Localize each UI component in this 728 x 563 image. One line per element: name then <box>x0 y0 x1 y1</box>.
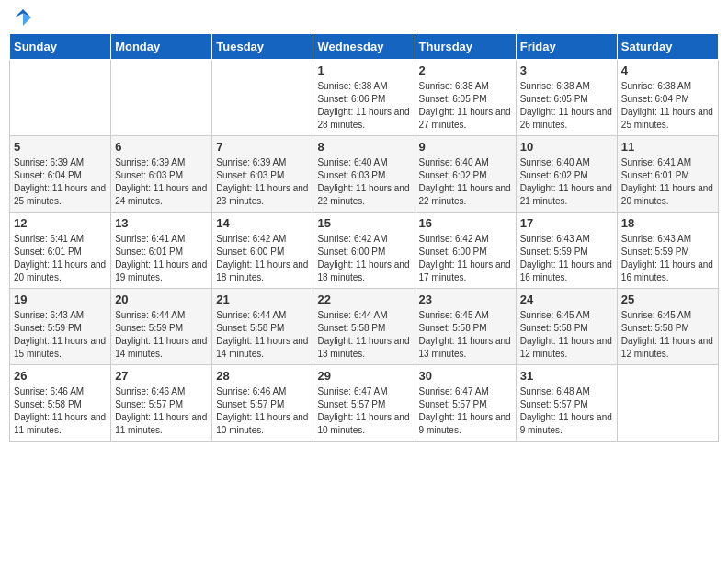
day-info: Sunrise: 6:40 AMSunset: 6:02 PMDaylight:… <box>520 156 613 208</box>
calendar-day-cell: 17Sunrise: 6:43 AMSunset: 5:59 PMDayligh… <box>516 213 617 289</box>
day-number: 9 <box>419 140 512 154</box>
calendar-day-cell: 26Sunrise: 6:46 AMSunset: 5:58 PMDayligh… <box>10 365 111 442</box>
calendar-table: SundayMondayTuesdayWednesdayThursdayFrid… <box>9 33 719 442</box>
calendar-day-cell: 6Sunrise: 6:39 AMSunset: 6:03 PMDaylight… <box>111 136 212 213</box>
day-number: 21 <box>216 293 309 306</box>
day-info: Sunrise: 6:39 AMSunset: 6:03 PMDaylight:… <box>115 156 208 208</box>
day-number: 22 <box>317 293 410 306</box>
calendar-day-cell: 25Sunrise: 6:45 AMSunset: 5:58 PMDayligh… <box>617 289 718 365</box>
day-number: 30 <box>419 369 512 383</box>
day-number: 16 <box>419 216 512 230</box>
weekday-header: Saturday <box>617 34 718 60</box>
day-number: 15 <box>317 216 410 230</box>
calendar-day-cell: 11Sunrise: 6:41 AMSunset: 6:01 PMDayligh… <box>617 136 718 213</box>
day-info: Sunrise: 6:43 AMSunset: 5:59 PMDaylight:… <box>520 233 613 284</box>
day-number: 12 <box>14 216 107 230</box>
calendar-week-row: 26Sunrise: 6:46 AMSunset: 5:58 PMDayligh… <box>10 365 719 442</box>
day-info: Sunrise: 6:38 AMSunset: 6:04 PMDaylight:… <box>621 80 714 132</box>
day-info: Sunrise: 6:38 AMSunset: 6:05 PMDaylight:… <box>419 80 512 132</box>
day-info: Sunrise: 6:46 AMSunset: 5:57 PMDaylight:… <box>216 385 309 437</box>
day-info: Sunrise: 6:38 AMSunset: 6:05 PMDaylight:… <box>520 80 613 132</box>
logo <box>13 9 31 26</box>
calendar-day-cell: 19Sunrise: 6:43 AMSunset: 5:59 PMDayligh… <box>10 289 111 365</box>
day-number: 20 <box>115 293 208 306</box>
day-number: 14 <box>216 216 309 230</box>
day-info: Sunrise: 6:47 AMSunset: 5:57 PMDaylight:… <box>419 385 512 437</box>
day-number: 31 <box>520 369 613 383</box>
calendar-week-row: 12Sunrise: 6:41 AMSunset: 6:01 PMDayligh… <box>10 213 719 289</box>
logo-icon <box>15 9 31 26</box>
day-number: 10 <box>520 140 613 154</box>
day-number: 28 <box>216 369 309 383</box>
day-info: Sunrise: 6:40 AMSunset: 6:02 PMDaylight:… <box>419 156 512 208</box>
weekday-header: Monday <box>111 34 212 60</box>
calendar-day-cell: 28Sunrise: 6:46 AMSunset: 5:57 PMDayligh… <box>212 365 313 442</box>
weekday-header: Tuesday <box>212 34 313 60</box>
day-number: 7 <box>216 140 309 154</box>
calendar-day-cell: 5Sunrise: 6:39 AMSunset: 6:04 PMDaylight… <box>10 136 111 213</box>
calendar-day-cell: 13Sunrise: 6:41 AMSunset: 6:01 PMDayligh… <box>111 213 212 289</box>
day-info: Sunrise: 6:44 AMSunset: 5:58 PMDaylight:… <box>317 309 410 361</box>
day-number: 24 <box>520 293 613 306</box>
day-info: Sunrise: 6:46 AMSunset: 5:57 PMDaylight:… <box>115 385 208 437</box>
calendar-day-cell: 15Sunrise: 6:42 AMSunset: 6:00 PMDayligh… <box>313 213 415 289</box>
day-info: Sunrise: 6:48 AMSunset: 5:57 PMDaylight:… <box>520 385 613 437</box>
day-info: Sunrise: 6:40 AMSunset: 6:03 PMDaylight:… <box>317 156 410 208</box>
day-number: 8 <box>317 140 410 154</box>
day-number: 13 <box>115 216 208 230</box>
calendar-day-cell <box>617 365 718 442</box>
calendar-day-cell: 4Sunrise: 6:38 AMSunset: 6:04 PMDaylight… <box>617 60 718 136</box>
calendar-week-row: 5Sunrise: 6:39 AMSunset: 6:04 PMDaylight… <box>10 136 719 213</box>
day-number: 1 <box>317 63 410 77</box>
calendar-day-cell: 14Sunrise: 6:42 AMSunset: 6:00 PMDayligh… <box>212 213 313 289</box>
calendar-day-cell: 29Sunrise: 6:47 AMSunset: 5:57 PMDayligh… <box>313 365 415 442</box>
header <box>9 9 719 26</box>
calendar-day-cell: 2Sunrise: 6:38 AMSunset: 6:05 PMDaylight… <box>415 60 516 136</box>
day-number: 23 <box>419 293 512 306</box>
calendar-day-cell: 23Sunrise: 6:45 AMSunset: 5:58 PMDayligh… <box>415 289 516 365</box>
day-info: Sunrise: 6:45 AMSunset: 5:58 PMDaylight:… <box>520 309 613 361</box>
day-info: Sunrise: 6:44 AMSunset: 5:58 PMDaylight:… <box>216 309 309 361</box>
day-info: Sunrise: 6:41 AMSunset: 6:01 PMDaylight:… <box>621 156 714 208</box>
calendar-day-cell: 16Sunrise: 6:42 AMSunset: 6:00 PMDayligh… <box>415 213 516 289</box>
day-info: Sunrise: 6:45 AMSunset: 5:58 PMDaylight:… <box>621 309 714 361</box>
day-number: 2 <box>419 63 512 77</box>
weekday-header: Wednesday <box>313 34 415 60</box>
day-info: Sunrise: 6:43 AMSunset: 5:59 PMDaylight:… <box>621 233 714 284</box>
day-number: 5 <box>14 140 107 154</box>
calendar-day-cell: 8Sunrise: 6:40 AMSunset: 6:03 PMDaylight… <box>313 136 415 213</box>
day-info: Sunrise: 6:42 AMSunset: 6:00 PMDaylight:… <box>216 233 309 284</box>
calendar-day-cell: 10Sunrise: 6:40 AMSunset: 6:02 PMDayligh… <box>516 136 617 213</box>
calendar-week-row: 19Sunrise: 6:43 AMSunset: 5:59 PMDayligh… <box>10 289 719 365</box>
calendar-day-cell <box>212 60 313 136</box>
calendar-day-cell: 30Sunrise: 6:47 AMSunset: 5:57 PMDayligh… <box>415 365 516 442</box>
day-info: Sunrise: 6:42 AMSunset: 6:00 PMDaylight:… <box>419 233 512 284</box>
day-info: Sunrise: 6:43 AMSunset: 5:59 PMDaylight:… <box>14 309 107 361</box>
calendar-day-cell <box>111 60 212 136</box>
calendar-day-cell: 22Sunrise: 6:44 AMSunset: 5:58 PMDayligh… <box>313 289 415 365</box>
day-info: Sunrise: 6:42 AMSunset: 6:00 PMDaylight:… <box>317 233 410 284</box>
day-number: 19 <box>14 293 107 306</box>
calendar-week-row: 1Sunrise: 6:38 AMSunset: 6:06 PMDaylight… <box>10 60 719 136</box>
day-info: Sunrise: 6:41 AMSunset: 6:01 PMDaylight:… <box>14 233 107 284</box>
weekday-header: Friday <box>516 34 617 60</box>
day-info: Sunrise: 6:45 AMSunset: 5:58 PMDaylight:… <box>419 309 512 361</box>
calendar-day-cell: 1Sunrise: 6:38 AMSunset: 6:06 PMDaylight… <box>313 60 415 136</box>
day-info: Sunrise: 6:38 AMSunset: 6:06 PMDaylight:… <box>317 80 410 132</box>
weekday-header: Sunday <box>10 34 111 60</box>
day-info: Sunrise: 6:39 AMSunset: 6:04 PMDaylight:… <box>14 156 107 208</box>
calendar-day-cell: 9Sunrise: 6:40 AMSunset: 6:02 PMDaylight… <box>415 136 516 213</box>
day-info: Sunrise: 6:41 AMSunset: 6:01 PMDaylight:… <box>115 233 208 284</box>
day-number: 26 <box>14 369 107 383</box>
day-info: Sunrise: 6:44 AMSunset: 5:59 PMDaylight:… <box>115 309 208 361</box>
calendar-day-cell: 20Sunrise: 6:44 AMSunset: 5:59 PMDayligh… <box>111 289 212 365</box>
calendar-day-cell: 31Sunrise: 6:48 AMSunset: 5:57 PMDayligh… <box>516 365 617 442</box>
calendar-day-cell <box>10 60 111 136</box>
day-number: 25 <box>621 293 714 306</box>
calendar-day-cell: 21Sunrise: 6:44 AMSunset: 5:58 PMDayligh… <box>212 289 313 365</box>
day-number: 27 <box>115 369 208 383</box>
calendar-day-cell: 12Sunrise: 6:41 AMSunset: 6:01 PMDayligh… <box>10 213 111 289</box>
weekday-header: Thursday <box>415 34 516 60</box>
day-info: Sunrise: 6:46 AMSunset: 5:58 PMDaylight:… <box>14 385 107 437</box>
calendar-day-cell: 24Sunrise: 6:45 AMSunset: 5:58 PMDayligh… <box>516 289 617 365</box>
